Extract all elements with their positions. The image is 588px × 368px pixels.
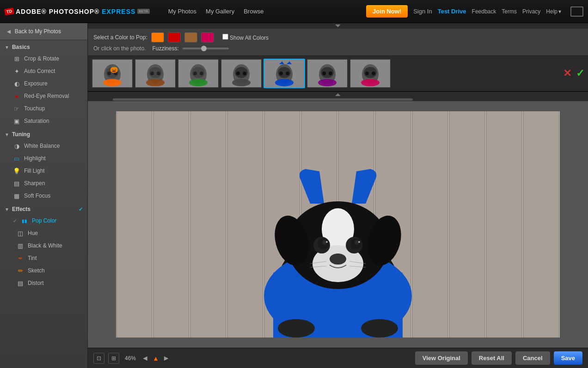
main-image-svg — [116, 111, 560, 338]
svg-point-10 — [150, 72, 154, 75]
sidebar-item-distort[interactable]: ▤ Distort — [2, 277, 86, 289]
thumbnail-green[interactable] — [178, 59, 219, 88]
rotate-up-arrow[interactable]: ▲ — [153, 355, 159, 362]
thumbnail-scrollbar-track[interactable] — [113, 98, 413, 101]
strip-toggle-top[interactable] — [88, 23, 588, 29]
nav-browse[interactable]: Browse — [244, 8, 263, 15]
sidebar-item-fill-light[interactable]: 💡 Fill Light — [2, 165, 86, 177]
sidebar-item-saturation[interactable]: ▣ Saturation — [2, 115, 86, 127]
thumbnail-pink[interactable] — [349, 59, 391, 88]
sidebar-item-highlight[interactable]: ▭ Highlight — [2, 152, 86, 164]
actual-size-icon[interactable]: ⊞ — [108, 353, 119, 364]
svg-point-18 — [189, 79, 208, 86]
sidebar-item-sharpen[interactable]: ▤ Sharpen — [2, 177, 86, 189]
fill-light-icon: 💡 — [13, 167, 20, 175]
tuning-section-header[interactable]: ▼ Tuning — [0, 127, 87, 139]
color-pop-panel: Select a Color to Pop: Show All Colors O… — [88, 29, 588, 56]
thumb-bw-svg — [221, 60, 261, 87]
sign-in-link[interactable]: Sign In — [413, 8, 432, 15]
header: TD ADOBE® PHOTOSHOP® EXPRESS BETA My Pho… — [0, 0, 588, 23]
nav-my-gallery[interactable]: My Gallery — [206, 8, 234, 15]
show-all-colors-label: Show All Colors — [222, 34, 269, 41]
swatch-orange[interactable] — [151, 32, 164, 42]
sidebar-item-white-balance[interactable]: ◑ White Balance — [2, 140, 86, 152]
swatch-pink[interactable] — [201, 32, 214, 42]
view-original-button[interactable]: View Original — [415, 351, 468, 365]
highlight-icon: ▭ — [13, 155, 20, 162]
thumbnail-scrollbar[interactable] — [88, 97, 588, 101]
thumbnail-orange[interactable]: 🎃 — [92, 59, 133, 88]
header-right: Join Now! Sign In Test Drive Feedback Te… — [366, 5, 583, 18]
fit-view-icon[interactable]: ⊡ — [93, 353, 104, 364]
sidebar-item-pop-color[interactable]: ✓ ▮▮ Pop Color — [2, 215, 86, 227]
red-eye-icon: ● — [13, 92, 20, 100]
sidebar-item-sketch[interactable]: ✏ Sketch — [2, 265, 86, 277]
reset-all-button[interactable]: Reset All — [472, 351, 512, 365]
express-text: EXPRESS — [102, 8, 135, 15]
fuzziness-slider[interactable] — [183, 48, 229, 49]
thumbnail-purple[interactable] — [306, 59, 348, 88]
swatch-brown[interactable] — [184, 32, 197, 42]
sidebar-item-crop-rotate[interactable]: ⊞ Crop & Rotate — [2, 53, 86, 65]
cancel-button[interactable]: Cancel — [515, 351, 550, 365]
privacy-link[interactable]: Privacy — [522, 8, 540, 15]
save-button[interactable]: Save — [554, 351, 582, 365]
tint-icon: ✒ — [17, 254, 24, 262]
thumbnail-blue[interactable] — [263, 59, 305, 88]
sidebar-item-exposure[interactable]: ◐ Exposure — [2, 78, 86, 90]
svg-point-43 — [372, 72, 375, 75]
back-to-my-photos-button[interactable]: ◄ Back to My Photos — [0, 23, 87, 40]
feedback-link[interactable]: Feedback — [472, 8, 496, 15]
thumbnail-brown[interactable] — [135, 59, 176, 88]
click-photo-label: Or click on the photo. — [93, 45, 146, 52]
fuzziness-thumb[interactable] — [201, 46, 207, 51]
help-button[interactable]: Help ▾ — [546, 8, 561, 15]
prev-image-arrow[interactable]: ◄ — [141, 354, 149, 362]
image-area[interactable] — [88, 101, 588, 348]
tuning-collapse-icon: ▼ — [5, 132, 9, 137]
strip-accept-icon[interactable]: ✓ — [576, 67, 584, 79]
strip-actions: ✕ ✓ — [563, 67, 584, 79]
swatch-red[interactable] — [168, 32, 181, 42]
logo-area: TD ADOBE® PHOTOSHOP® EXPRESS BETA — [5, 8, 150, 15]
test-drive-link[interactable]: Test Drive — [438, 8, 466, 15]
svg-point-12 — [146, 79, 165, 86]
sidebar-item-auto-correct[interactable]: ✦ Auto Correct — [2, 65, 86, 77]
sidebar-item-soft-focus[interactable]: ▦ Soft Focus — [2, 190, 86, 202]
fullscreen-icon[interactable] — [570, 6, 583, 17]
basics-section-header[interactable]: ▼ Basics — [0, 40, 87, 52]
hue-icon: ◫ — [17, 229, 24, 237]
thumbnail-bw[interactable] — [220, 59, 262, 88]
bottom-bar: ⊡ ⊞ 46% ◄ ▲ ► View Original Reset All Ca… — [88, 348, 588, 368]
show-all-colors-checkbox[interactable] — [222, 34, 228, 40]
zoom-level: 46% — [125, 355, 136, 362]
effects-section-header[interactable]: ▼ Effects ✓ — [0, 202, 87, 214]
bottom-actions: View Original Reset All Cancel Save — [415, 351, 582, 365]
sidebar-item-red-eye[interactable]: ● Red-Eye Removal — [2, 90, 86, 102]
nav-links: My Photos My Gallery Browse — [168, 8, 366, 15]
sidebar-item-black-white[interactable]: ▥ Black & White — [2, 240, 86, 252]
sidebar-item-hue[interactable]: ◫ Hue — [2, 227, 86, 239]
sidebar-item-tint[interactable]: ✒ Tint — [2, 252, 86, 264]
svg-point-11 — [157, 72, 160, 75]
next-image-arrow[interactable]: ► — [163, 354, 170, 362]
svg-point-37 — [329, 72, 332, 75]
nav-my-photos[interactable]: My Photos — [168, 8, 196, 15]
thumb-pink-bg — [350, 60, 390, 87]
svg-point-62 — [358, 241, 360, 243]
svg-point-61 — [326, 241, 328, 243]
svg-point-16 — [193, 72, 197, 75]
join-now-button[interactable]: Join Now! — [366, 5, 408, 18]
strip-scroll-bottom[interactable] — [88, 92, 588, 97]
strip-cancel-icon[interactable]: ✕ — [563, 67, 571, 79]
effects-checkmark-icon: ✓ — [79, 206, 83, 212]
chevron-down-icon: ▾ — [558, 8, 561, 15]
terms-link[interactable]: Terms — [502, 8, 517, 15]
thumb-brown-bg — [135, 60, 175, 87]
sidebar-item-touchup[interactable]: ☞ Touchup — [2, 103, 86, 115]
black-white-icon: ▥ — [17, 242, 24, 249]
sharpen-icon: ▤ — [13, 180, 20, 187]
logo-text: ADOBE® PHOTOSHOP® EXPRESS — [16, 8, 135, 15]
svg-point-5 — [103, 79, 122, 86]
auto-correct-icon: ✦ — [13, 67, 20, 75]
